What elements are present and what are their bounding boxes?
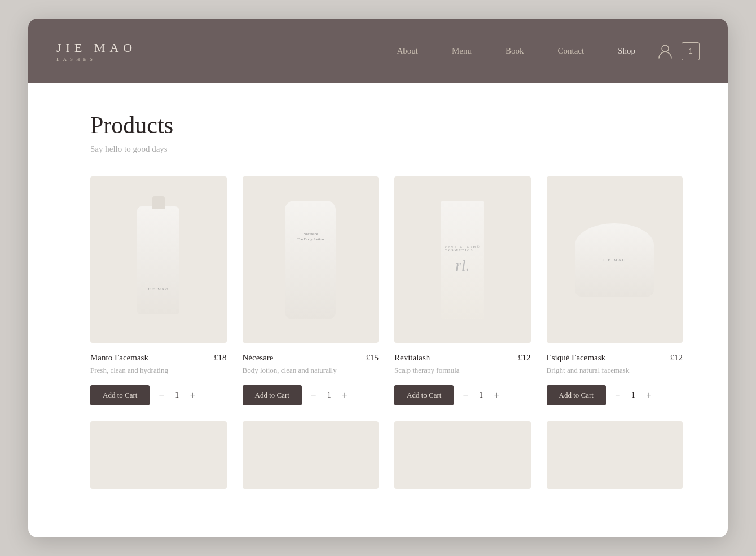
- box-image: REVITALASH®COSMETICS rl.: [441, 201, 484, 319]
- qty-control-1: − 1 +: [156, 390, 197, 401]
- qty-value-2: 1: [324, 391, 334, 400]
- add-to-cart-button-3[interactable]: Add to Cart: [394, 385, 454, 405]
- qty-increase-4[interactable]: +: [644, 390, 653, 401]
- nav-link-menu[interactable]: Menu: [452, 46, 472, 56]
- nav-bar: JIE MAO LASHES About Menu Book Contact S…: [28, 19, 728, 83]
- qty-increase-1[interactable]: +: [188, 390, 197, 401]
- qty-value-3: 1: [476, 391, 486, 400]
- product-meta-3: Revitalash £12: [394, 353, 531, 363]
- revitalash-logo: rl.: [455, 257, 470, 275]
- product-desc-3: Scalp therapy formula: [394, 366, 531, 375]
- logo-subtitle: LASHES: [56, 56, 96, 62]
- cart-badge: 1: [682, 42, 700, 60]
- nav-links: About Menu Book Contact Shop: [397, 46, 635, 56]
- product-name-3: Revitalash: [394, 353, 430, 363]
- nav-link-book[interactable]: Book: [506, 46, 524, 56]
- product-image-1: [90, 176, 227, 343]
- main-content: Products Say hello to good days Manto Fa…: [28, 83, 728, 522]
- cart-count: 1: [688, 47, 692, 55]
- logo-title: JIE MAO: [56, 41, 137, 55]
- product-image-6: [243, 421, 379, 489]
- qty-control-3: − 1 +: [460, 390, 502, 401]
- nav-link-shop[interactable]: Shop: [618, 46, 635, 56]
- product-actions-2: Add to Cart − 1 +: [243, 385, 379, 405]
- lotion-image: [285, 201, 336, 319]
- product-meta-1: Manto Facemask £18: [90, 353, 227, 363]
- product-actions-3: Add to Cart − 1 +: [394, 385, 531, 405]
- product-desc-2: Body lotion, clean and naturally: [243, 366, 379, 375]
- qty-decrease-3[interactable]: −: [460, 390, 470, 401]
- product-desc-1: Fresh, clean and hydrating: [90, 366, 227, 375]
- qty-decrease-4[interactable]: −: [613, 390, 622, 401]
- product-card-6: [243, 421, 379, 499]
- qty-value-1: 1: [172, 391, 182, 400]
- product-image-3: REVITALASH®COSMETICS rl.: [394, 176, 531, 343]
- qty-decrease-2[interactable]: −: [309, 390, 318, 401]
- product-image-8: [547, 421, 683, 489]
- product-image-7: [394, 421, 531, 489]
- nav-link-about[interactable]: About: [397, 46, 418, 56]
- product-card-3: REVITALASH®COSMETICS rl. Revitalash £12 …: [394, 176, 531, 405]
- cart-button[interactable]: 1: [682, 42, 700, 60]
- jar-image: [575, 223, 654, 297]
- add-to-cart-button-2[interactable]: Add to Cart: [243, 385, 302, 405]
- product-price-1: £18: [214, 353, 227, 363]
- add-to-cart-button-4[interactable]: Add to Cart: [547, 385, 606, 405]
- nav-link-contact[interactable]: Contact: [558, 46, 584, 56]
- product-card-1: Manto Facemask £18 Fresh, clean and hydr…: [90, 176, 227, 405]
- product-image-2: [243, 176, 379, 343]
- product-name-1: Manto Facemask: [90, 353, 148, 363]
- add-to-cart-button-1[interactable]: Add to Cart: [90, 385, 150, 405]
- revitalash-brand: REVITALASH®COSMETICS: [445, 245, 481, 252]
- qty-value-4: 1: [628, 391, 638, 400]
- qty-control-4: − 1 +: [613, 390, 654, 401]
- browser-window: JIE MAO LASHES About Menu Book Contact S…: [28, 19, 728, 537]
- products-grid: Manto Facemask £18 Fresh, clean and hydr…: [90, 176, 683, 499]
- qty-decrease-1[interactable]: −: [156, 390, 166, 401]
- product-card-5: [90, 421, 227, 499]
- product-meta-4: Esiqué Facemask £12: [547, 353, 683, 363]
- product-card-7: [394, 421, 531, 499]
- product-price-3: £12: [518, 353, 531, 363]
- product-card-2: Nécesare £15 Body lotion, clean and natu…: [243, 176, 379, 405]
- logo-area: JIE MAO LASHES: [56, 41, 137, 62]
- product-name-2: Nécesare: [243, 353, 274, 363]
- page-title: Products: [90, 112, 683, 139]
- product-desc-4: Bright and natural facemask: [547, 366, 683, 375]
- serum-image: [137, 206, 179, 314]
- product-actions-1: Add to Cart − 1 +: [90, 385, 227, 405]
- page-subtitle: Say hello to good days: [90, 144, 683, 154]
- product-actions-4: Add to Cart − 1 +: [547, 385, 683, 405]
- product-card-8: [547, 421, 683, 499]
- product-card-4: Esiqué Facemask £12 Bright and natural f…: [547, 176, 683, 405]
- product-price-2: £15: [366, 353, 379, 363]
- qty-increase-3[interactable]: +: [492, 390, 502, 401]
- product-image-4: [547, 176, 683, 343]
- qty-increase-2[interactable]: +: [340, 390, 349, 401]
- nav-icons: 1: [658, 42, 700, 60]
- product-price-4: £12: [670, 353, 683, 363]
- product-meta-2: Nécesare £15: [243, 353, 379, 363]
- product-name-4: Esiqué Facemask: [547, 353, 606, 363]
- svg-point-0: [662, 45, 669, 52]
- account-button[interactable]: [658, 43, 673, 59]
- product-image-5: [90, 421, 227, 489]
- qty-control-2: − 1 +: [309, 390, 350, 401]
